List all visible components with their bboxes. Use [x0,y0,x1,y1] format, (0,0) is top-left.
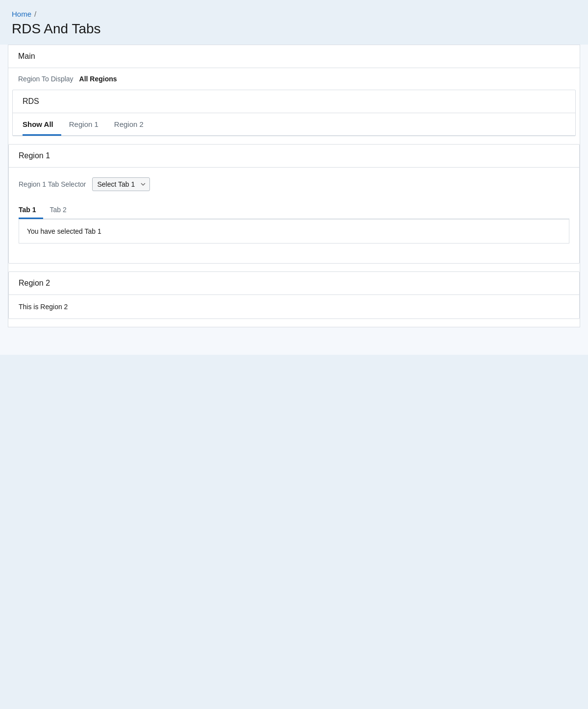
region1-body: Region 1 Tab Selector Select Tab 1 Selec… [9,168,579,263]
main-section-body: Region To Display All Regions RDS Show A… [8,68,580,319]
tab-selector-label: Region 1 Tab Selector [19,180,86,188]
rds-card: RDS Show All Region 1 Region 2 [12,90,576,136]
region-to-display-label: Region To Display [18,75,74,83]
region1-tab2[interactable]: Tab 2 [43,201,74,219]
region-to-display-value: All Regions [79,75,117,83]
page-header: Home / RDS And Tabs [0,0,588,45]
region1-card: Region 1 Region 1 Tab Selector Select Ta… [8,144,580,264]
region1-tab-content: You have selected Tab 1 [19,219,569,244]
page-content: Main Region To Display All Regions RDS S… [0,45,588,355]
tab-selector-select[interactable]: Select Tab 1 Select Tab 2 [92,177,150,191]
breadcrumb-separator: / [34,10,36,18]
rds-tab-show-all[interactable]: Show All [23,113,61,136]
region1-tab1[interactable]: Tab 1 [19,201,43,219]
region1-inner-tabs-bar: Tab 1 Tab 2 [19,201,569,219]
main-section-card: Main Region To Display All Regions RDS S… [8,45,580,327]
main-section-header: Main [8,45,580,68]
region-to-display-row: Region To Display All Regions [8,68,580,90]
page-title: RDS And Tabs [12,21,576,37]
region2-body: This is Region 2 [9,295,579,318]
rds-tab-region1[interactable]: Region 1 [61,113,106,136]
rds-tab-region2[interactable]: Region 2 [106,113,151,136]
rds-tabs-bar: Show All Region 1 Region 2 [13,113,575,136]
breadcrumb-home-link[interactable]: Home [12,10,31,18]
region1-header: Region 1 [9,145,579,168]
region2-card: Region 2 This is Region 2 [8,271,580,319]
breadcrumb: Home / [12,10,576,18]
rds-header: RDS [13,90,575,113]
region2-header: Region 2 [9,272,579,295]
tab-selector-row: Region 1 Tab Selector Select Tab 1 Selec… [19,177,569,191]
